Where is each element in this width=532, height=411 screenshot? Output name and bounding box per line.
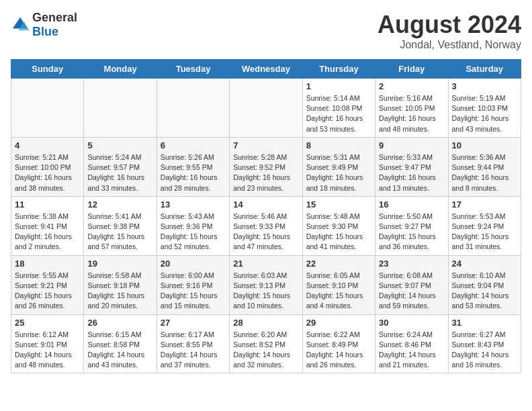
day-number: 31 xyxy=(452,318,517,328)
day-number: 10 xyxy=(452,140,517,150)
weekday-header-row: SundayMondayTuesdayWednesdayThursdayFrid… xyxy=(11,60,521,79)
day-number: 15 xyxy=(306,199,371,210)
day-info: Sunrise: 5:46 AM Sunset: 9:33 PM Dayligh… xyxy=(233,212,298,253)
day-info: Sunrise: 5:14 AM Sunset: 10:08 PM Daylig… xyxy=(306,93,371,134)
calendar-cell xyxy=(230,79,302,138)
day-number: 16 xyxy=(379,199,444,210)
weekday-header: Sunday xyxy=(11,60,84,79)
day-number: 12 xyxy=(87,199,152,210)
day-number: 29 xyxy=(306,318,371,328)
title-block: August 2024 Jondal, Vestland, Norway xyxy=(378,11,521,51)
day-info: Sunrise: 6:08 AM Sunset: 9:07 PM Dayligh… xyxy=(379,271,444,312)
calendar-cell: 28Sunrise: 6:20 AM Sunset: 8:52 PM Dayli… xyxy=(230,314,302,373)
day-info: Sunrise: 5:19 AM Sunset: 10:03 PM Daylig… xyxy=(452,93,517,134)
logo-blue-text: Blue xyxy=(32,25,58,38)
day-number: 7 xyxy=(233,140,298,150)
weekday-header: Saturday xyxy=(448,60,521,79)
calendar-cell: 4Sunrise: 5:21 AM Sunset: 10:00 PM Dayli… xyxy=(11,137,84,196)
calendar-cell: 9Sunrise: 5:33 AM Sunset: 9:47 PM Daylig… xyxy=(375,137,448,196)
month-title: August 2024 xyxy=(378,11,521,39)
day-number: 18 xyxy=(15,259,80,269)
day-info: Sunrise: 5:38 AM Sunset: 9:41 PM Dayligh… xyxy=(15,212,80,253)
day-number: 21 xyxy=(233,259,298,269)
day-number: 28 xyxy=(233,318,298,328)
weekday-header: Monday xyxy=(84,60,157,79)
day-info: Sunrise: 5:48 AM Sunset: 9:30 PM Dayligh… xyxy=(306,212,371,253)
day-number: 9 xyxy=(379,140,444,150)
day-number: 27 xyxy=(161,318,226,328)
day-info: Sunrise: 6:20 AM Sunset: 8:52 PM Dayligh… xyxy=(233,330,298,371)
day-info: Sunrise: 5:43 AM Sunset: 9:36 PM Dayligh… xyxy=(161,212,226,253)
day-number: 1 xyxy=(306,81,371,91)
day-info: Sunrise: 5:50 AM Sunset: 9:27 PM Dayligh… xyxy=(379,212,444,253)
calendar-cell: 3Sunrise: 5:19 AM Sunset: 10:03 PM Dayli… xyxy=(448,79,521,138)
day-number: 20 xyxy=(161,259,226,269)
day-number: 17 xyxy=(452,199,517,210)
calendar-cell: 13Sunrise: 5:43 AM Sunset: 9:36 PM Dayli… xyxy=(157,196,229,255)
calendar-cell: 2Sunrise: 5:16 AM Sunset: 10:05 PM Dayli… xyxy=(375,79,448,138)
day-info: Sunrise: 5:41 AM Sunset: 9:38 PM Dayligh… xyxy=(87,212,152,253)
day-info: Sunrise: 6:05 AM Sunset: 9:10 PM Dayligh… xyxy=(306,271,371,312)
day-number: 14 xyxy=(233,199,298,210)
day-info: Sunrise: 5:53 AM Sunset: 9:24 PM Dayligh… xyxy=(452,212,517,253)
day-number: 2 xyxy=(379,81,444,91)
calendar-cell: 10Sunrise: 5:36 AM Sunset: 9:44 PM Dayli… xyxy=(448,137,521,196)
day-info: Sunrise: 6:12 AM Sunset: 9:01 PM Dayligh… xyxy=(15,330,80,371)
day-info: Sunrise: 5:16 AM Sunset: 10:05 PM Daylig… xyxy=(379,93,444,134)
day-info: Sunrise: 6:10 AM Sunset: 9:04 PM Dayligh… xyxy=(452,271,517,312)
calendar-cell: 15Sunrise: 5:48 AM Sunset: 9:30 PM Dayli… xyxy=(302,196,375,255)
day-info: Sunrise: 5:36 AM Sunset: 9:44 PM Dayligh… xyxy=(452,152,517,193)
calendar-cell: 26Sunrise: 6:15 AM Sunset: 8:58 PM Dayli… xyxy=(84,314,157,373)
weekday-header: Friday xyxy=(375,60,448,79)
day-info: Sunrise: 6:15 AM Sunset: 8:58 PM Dayligh… xyxy=(87,330,152,371)
location-subtitle: Jondal, Vestland, Norway xyxy=(378,39,521,51)
calendar-cell: 27Sunrise: 6:17 AM Sunset: 8:55 PM Dayli… xyxy=(157,314,229,373)
day-number: 24 xyxy=(452,259,517,269)
calendar-cell: 18Sunrise: 5:55 AM Sunset: 9:21 PM Dayli… xyxy=(11,255,84,314)
calendar-cell: 29Sunrise: 6:22 AM Sunset: 8:49 PM Dayli… xyxy=(302,314,375,373)
calendar-cell: 21Sunrise: 6:03 AM Sunset: 9:13 PM Dayli… xyxy=(230,255,302,314)
day-info: Sunrise: 5:21 AM Sunset: 10:00 PM Daylig… xyxy=(15,152,80,193)
day-number: 4 xyxy=(15,140,80,150)
day-number: 25 xyxy=(15,318,80,328)
weekday-header: Tuesday xyxy=(157,60,229,79)
calendar-cell: 20Sunrise: 6:00 AM Sunset: 9:16 PM Dayli… xyxy=(157,255,229,314)
calendar-table: SundayMondayTuesdayWednesdayThursdayFrid… xyxy=(11,59,521,373)
calendar-cell: 31Sunrise: 6:27 AM Sunset: 8:43 PM Dayli… xyxy=(448,314,521,373)
calendar-cell: 16Sunrise: 5:50 AM Sunset: 9:27 PM Dayli… xyxy=(375,196,448,255)
logo: General Blue xyxy=(11,11,77,39)
calendar-cell: 24Sunrise: 6:10 AM Sunset: 9:04 PM Dayli… xyxy=(448,255,521,314)
day-info: Sunrise: 5:55 AM Sunset: 9:21 PM Dayligh… xyxy=(15,271,80,312)
day-info: Sunrise: 6:27 AM Sunset: 8:43 PM Dayligh… xyxy=(452,330,517,371)
day-number: 13 xyxy=(161,199,226,210)
calendar-cell: 8Sunrise: 5:31 AM Sunset: 9:49 PM Daylig… xyxy=(302,137,375,196)
calendar-cell: 25Sunrise: 6:12 AM Sunset: 9:01 PM Dayli… xyxy=(11,314,84,373)
calendar-week-row: 11Sunrise: 5:38 AM Sunset: 9:41 PM Dayli… xyxy=(11,196,521,255)
calendar-cell: 1Sunrise: 5:14 AM Sunset: 10:08 PM Dayli… xyxy=(302,79,375,138)
day-number: 22 xyxy=(306,259,371,269)
calendar-cell: 19Sunrise: 5:58 AM Sunset: 9:18 PM Dayli… xyxy=(84,255,157,314)
day-info: Sunrise: 6:00 AM Sunset: 9:16 PM Dayligh… xyxy=(161,271,226,312)
page-header: General Blue August 2024 Jondal, Vestlan… xyxy=(11,11,521,51)
calendar-cell xyxy=(84,79,157,138)
calendar-cell: 5Sunrise: 5:24 AM Sunset: 9:57 PM Daylig… xyxy=(84,137,157,196)
calendar-week-row: 1Sunrise: 5:14 AM Sunset: 10:08 PM Dayli… xyxy=(11,79,521,138)
day-number: 11 xyxy=(15,199,80,210)
day-number: 30 xyxy=(379,318,444,328)
day-number: 3 xyxy=(452,81,517,91)
day-number: 6 xyxy=(161,140,226,150)
calendar-cell xyxy=(157,79,229,138)
day-number: 26 xyxy=(87,318,152,328)
calendar-cell: 7Sunrise: 5:28 AM Sunset: 9:52 PM Daylig… xyxy=(230,137,302,196)
logo-general-text: General xyxy=(32,11,77,24)
calendar-week-row: 18Sunrise: 5:55 AM Sunset: 9:21 PM Dayli… xyxy=(11,255,521,314)
calendar-cell: 30Sunrise: 6:24 AM Sunset: 8:46 PM Dayli… xyxy=(375,314,448,373)
day-info: Sunrise: 5:24 AM Sunset: 9:57 PM Dayligh… xyxy=(87,152,152,193)
day-number: 5 xyxy=(87,140,152,150)
day-number: 19 xyxy=(87,259,152,269)
day-info: Sunrise: 5:26 AM Sunset: 9:55 PM Dayligh… xyxy=(161,152,226,193)
weekday-header: Wednesday xyxy=(230,60,302,79)
logo-icon xyxy=(11,15,30,34)
calendar-cell xyxy=(11,79,84,138)
calendar-cell: 6Sunrise: 5:26 AM Sunset: 9:55 PM Daylig… xyxy=(157,137,229,196)
